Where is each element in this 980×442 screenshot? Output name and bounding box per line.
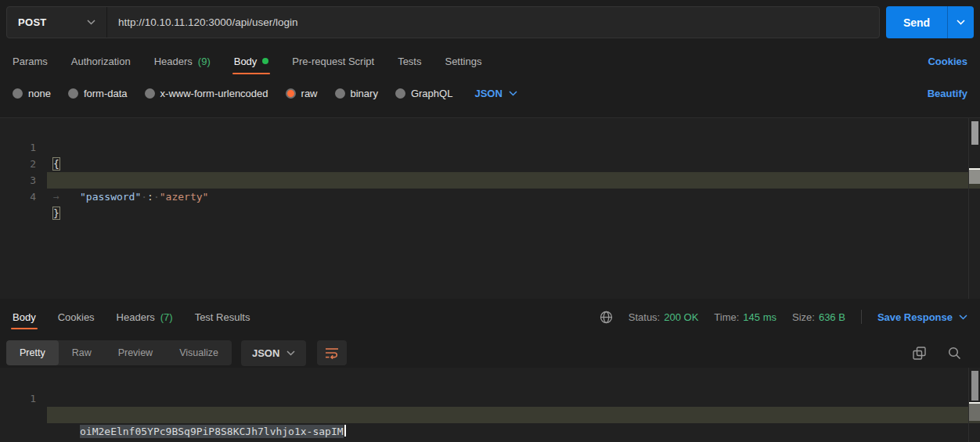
editor-line-current: 4 } bbox=[0, 172, 980, 189]
chevron-down-icon bbox=[959, 314, 967, 320]
radio-label: none bbox=[28, 88, 51, 99]
tab-pre-request-script[interactable]: Pre-request Script bbox=[292, 45, 374, 77]
whitespace-dot: · bbox=[141, 191, 147, 203]
response-tab-headers[interactable]: Headers(7) bbox=[117, 302, 173, 332]
tab-label: Test Results bbox=[195, 311, 250, 323]
copy-icon bbox=[913, 347, 926, 360]
response-view-switcher: Pretty Raw Preview Visualize bbox=[6, 340, 232, 365]
save-response-button[interactable]: Save Response bbox=[877, 311, 967, 323]
tab-label: Authorization bbox=[71, 56, 131, 67]
time-value: 145 ms bbox=[743, 311, 776, 323]
radio-graphql[interactable]: GraphQL bbox=[395, 88, 452, 99]
view-tab-visualize[interactable]: Visualize bbox=[166, 340, 232, 365]
tab-params[interactable]: Params bbox=[13, 45, 48, 77]
tab-settings[interactable]: Settings bbox=[445, 45, 481, 77]
chevron-down-icon bbox=[286, 350, 295, 356]
tab-label: Headers bbox=[117, 311, 155, 323]
time-label: Time: bbox=[714, 311, 739, 323]
status-label: Status: bbox=[629, 311, 660, 323]
tab-label: Headers bbox=[154, 56, 193, 67]
scrollbar-cursor-marker bbox=[969, 168, 980, 184]
cookies-link[interactable]: Cookies bbox=[928, 56, 967, 67]
headers-count: (7) bbox=[160, 311, 173, 323]
tab-label: Body bbox=[234, 56, 258, 67]
response-tab-test-results[interactable]: Test Results bbox=[195, 302, 250, 332]
radio-raw[interactable]: raw bbox=[286, 88, 318, 99]
url-input[interactable]: http://10.10.11.120:3000/api/user/login bbox=[107, 7, 879, 38]
send-split-button: Send bbox=[886, 6, 974, 38]
postman-window: POST http://10.10.11.120:3000/api/user/l… bbox=[0, 0, 980, 442]
editor-line: 3 →"password"·:·"azerty" bbox=[0, 156, 980, 172]
scrollbar-thumb[interactable] bbox=[971, 121, 978, 145]
body-has-content-dot bbox=[262, 58, 268, 64]
whitespace-dot: · bbox=[153, 191, 160, 203]
response-tab-cookies[interactable]: Cookies bbox=[58, 302, 95, 332]
tab-headers[interactable]: Headers(9) bbox=[154, 45, 211, 77]
copy-response-button[interactable] bbox=[913, 347, 926, 360]
request-url-row: POST http://10.10.11.120:3000/api/user/l… bbox=[6, 6, 974, 38]
radio-form-data[interactable]: form-data bbox=[68, 88, 128, 99]
tab-tests[interactable]: Tests bbox=[398, 45, 421, 77]
response-meta: Status:200 OK Time:145 ms Size:636 B Sav… bbox=[600, 310, 967, 324]
beautify-link[interactable]: Beautify bbox=[928, 88, 967, 99]
response-body-viewer[interactable]: 1 eyJhbGciOiJIUzI1NiIsInR5cCI6IkpXVCJ9. … bbox=[0, 368, 980, 442]
method-dropdown[interactable]: POST bbox=[7, 7, 107, 38]
line-number: 4 bbox=[0, 189, 36, 205]
radio-x-www-form-urlencoded[interactable]: x-www-form-urlencoded bbox=[145, 88, 268, 99]
url-bar: POST http://10.10.11.120:3000/api/user/l… bbox=[6, 6, 880, 38]
tab-label: Tests bbox=[398, 56, 421, 67]
editor-line: 1 { bbox=[0, 123, 980, 139]
toolbar-right-icons bbox=[913, 347, 974, 360]
response-language-dropdown[interactable]: JSON bbox=[241, 340, 306, 366]
status-pair: Status:200 OK bbox=[629, 311, 699, 323]
status-value: 200 OK bbox=[664, 311, 698, 323]
tab-authorization[interactable]: Authorization bbox=[71, 45, 131, 77]
radio-circle-icon bbox=[395, 88, 405, 99]
size-value: 636 B bbox=[819, 311, 845, 323]
word-wrap-button[interactable] bbox=[317, 340, 347, 365]
send-button[interactable]: Send bbox=[886, 6, 947, 38]
view-tab-pretty[interactable]: Pretty bbox=[6, 340, 59, 365]
radio-circle-icon bbox=[13, 88, 23, 99]
radio-label: x-www-form-urlencoded bbox=[160, 88, 268, 99]
view-tab-preview[interactable]: Preview bbox=[105, 340, 166, 365]
chevron-down-icon bbox=[957, 20, 965, 25]
radio-label: binary bbox=[351, 88, 378, 99]
text-cursor bbox=[344, 425, 346, 437]
radio-binary[interactable]: binary bbox=[335, 88, 378, 99]
headers-count: (9) bbox=[198, 56, 211, 67]
word-wrap-icon bbox=[325, 347, 339, 359]
url-text: http://10.10.11.120:3000/api/user/login bbox=[118, 16, 297, 28]
send-options-button[interactable] bbox=[947, 6, 974, 38]
response-tab-body[interactable]: Body bbox=[13, 302, 36, 332]
chevron-down-icon bbox=[509, 91, 517, 96]
view-tab-raw[interactable]: Raw bbox=[59, 340, 105, 365]
radio-none[interactable]: none bbox=[13, 88, 51, 99]
editor-scrollbar[interactable] bbox=[968, 118, 980, 299]
request-body-editor[interactable]: 1 { 2 →"email"·:·"azerty@azerty.com", 3 … bbox=[0, 117, 980, 299]
network-globe-icon[interactable] bbox=[600, 311, 613, 324]
time-pair: Time:145 ms bbox=[714, 311, 776, 323]
response-tabs-row: Body Cookies Headers(7) Test Results Sta… bbox=[13, 302, 967, 332]
radio-label: form-data bbox=[84, 88, 128, 99]
indent-guide-icon: → bbox=[53, 189, 59, 205]
search-response-button[interactable] bbox=[948, 347, 961, 360]
tab-label: Cookies bbox=[58, 311, 95, 323]
radio-selected-icon bbox=[286, 88, 296, 99]
response-line-current: oiM2eElnf05YPc9BSq9PiP8S8KCJh7lvhjo1x-sa… bbox=[0, 407, 980, 423]
response-scrollbar[interactable] bbox=[968, 368, 980, 442]
scrollbar-thumb[interactable] bbox=[971, 371, 978, 401]
response-toolbar: Pretty Raw Preview Visualize JSON bbox=[6, 338, 974, 368]
tab-body[interactable]: Body bbox=[234, 45, 269, 77]
tab-label: Settings bbox=[445, 56, 481, 67]
save-response-label: Save Response bbox=[877, 311, 953, 323]
size-label: Size: bbox=[792, 311, 815, 323]
response-line: 1 eyJhbGciOiJIUzI1NiIsInR5cCI6IkpXVCJ9. bbox=[0, 374, 980, 390]
method-label: POST bbox=[18, 16, 47, 28]
radio-circle-icon bbox=[335, 88, 345, 99]
chevron-down-icon bbox=[87, 20, 95, 25]
editor-line: 2 →"email"·:·"azerty@azerty.com", bbox=[0, 139, 980, 156]
tab-label: Pre-request Script bbox=[292, 56, 374, 67]
language-label: JSON bbox=[474, 88, 502, 99]
body-language-dropdown[interactable]: JSON bbox=[474, 88, 517, 99]
